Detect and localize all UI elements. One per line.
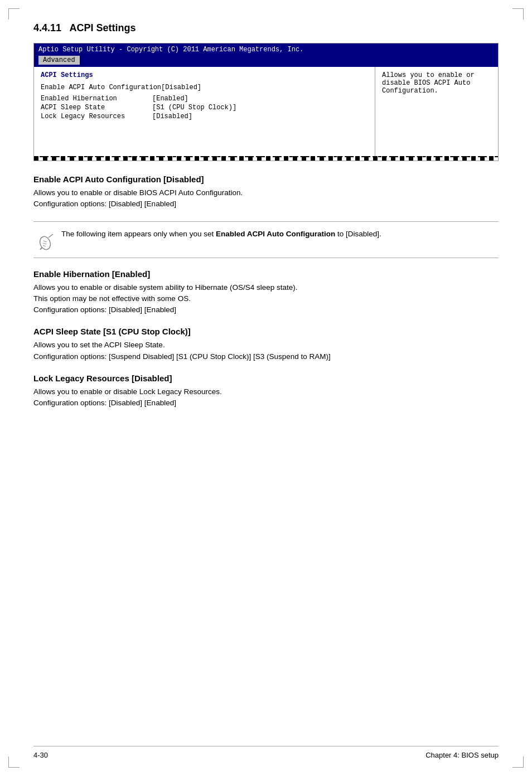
note-text-after: to [Disabled]. xyxy=(335,230,381,238)
section-lock-legacy: Lock Legacy Resources [Disabled] Allows … xyxy=(33,374,499,409)
svg-point-0 xyxy=(38,235,52,250)
section-acpi-sleep: ACPI Sleep State [S1 (CPU Stop Clock)] A… xyxy=(33,327,499,362)
section-lock-legacy-title: Lock Legacy Resources [Disabled] xyxy=(33,374,499,383)
bios-tab-advanced[interactable]: Advanced xyxy=(38,56,80,65)
bios-body: ACPI Settings Enable ACPI Auto Configura… xyxy=(34,67,498,156)
note-box: The following item appears only when you… xyxy=(33,221,499,258)
bios-group-2: Enabled Hibernation [Enabled] ACPI Sleep… xyxy=(41,95,368,120)
bios-item-value-2: [Enabled] xyxy=(152,95,188,103)
note-bold-text: Enabled ACPI Auto Configuration xyxy=(216,230,335,238)
footer-page-number: 4-30 xyxy=(33,751,48,759)
note-text-before: The following item appears only when you… xyxy=(61,230,216,238)
bios-screen: Aptio Setup Utility - Copyright (C) 2011… xyxy=(33,43,499,161)
bios-item-label-3: ACPI Sleep State xyxy=(41,104,152,111)
bios-item-row-2: Enabled Hibernation [Enabled] xyxy=(41,95,368,103)
section-acpi-sleep-title: ACPI Sleep State [S1 (CPU Stop Clock)] xyxy=(33,327,499,336)
section-heading: 4.4.11 ACPI Settings xyxy=(33,22,499,34)
bios-item-value-1: [Disabled] xyxy=(161,84,201,91)
bios-item-row-4: Lock Legacy Resources [Disabled] xyxy=(41,113,368,120)
note-text: The following item appears only when you… xyxy=(61,229,381,240)
section-hibernation: Enable Hibernation [Enabled] Allows you … xyxy=(33,269,499,316)
section-title: ACPI Settings xyxy=(69,22,136,33)
svg-line-5 xyxy=(43,245,46,246)
bios-item-value-3: [S1 (CPU Stop Clock)] xyxy=(152,104,236,111)
section-hibernation-body: Allows you to enable or disable system a… xyxy=(33,282,499,316)
page-footer: 4-30 Chapter 4: BIOS setup xyxy=(33,746,499,759)
bios-right-panel: Allows you to enable or disable BIOS ACP… xyxy=(375,67,498,156)
section-number: 4.4.11 xyxy=(33,22,61,33)
bios-left-panel: ACPI Settings Enable ACPI Auto Configura… xyxy=(34,67,375,156)
bios-item-row-3: ACPI Sleep State [S1 (CPU Stop Clock)] xyxy=(41,104,368,111)
svg-line-2 xyxy=(49,234,53,237)
section-enable-acpi: Enable ACPI Auto Configuration [Disabled… xyxy=(33,174,499,210)
footer-chapter: Chapter 4: BIOS setup xyxy=(425,751,499,759)
pencil-icon xyxy=(37,231,57,251)
section-enable-acpi-title: Enable ACPI Auto Configuration [Disabled… xyxy=(33,174,499,184)
bios-item-label-4: Lock Legacy Resources xyxy=(41,113,152,120)
bios-footer xyxy=(34,156,498,161)
bios-panel-title: ACPI Settings xyxy=(41,71,368,79)
bios-item-value-4: [Disabled] xyxy=(152,113,192,120)
svg-line-3 xyxy=(43,241,47,242)
bios-header: Aptio Setup Utility - Copyright (C) 2011… xyxy=(34,43,498,56)
bios-header-text: Aptio Setup Utility - Copyright (C) 2011… xyxy=(38,46,303,54)
svg-line-4 xyxy=(43,243,46,244)
section-hibernation-title: Enable Hibernation [Enabled] xyxy=(33,269,499,279)
bios-tab-row: Advanced xyxy=(34,56,498,67)
note-icon xyxy=(33,229,61,251)
bios-item-label-2: Enabled Hibernation xyxy=(41,95,152,103)
section-lock-legacy-body: Allows you to enable or disable Lock Leg… xyxy=(33,386,499,409)
bios-item-row-1: Enable ACPI Auto Configuration [Disabled… xyxy=(41,84,368,91)
bios-item-label-1: Enable ACPI Auto Configuration xyxy=(41,84,161,91)
section-acpi-sleep-body: Allows you to set the ACPI Sleep State. … xyxy=(33,340,499,362)
section-enable-acpi-body: Allows you to enable or disable BIOS ACP… xyxy=(33,187,499,210)
bios-help-text: Allows you to enable or disable BIOS ACP… xyxy=(382,71,475,95)
